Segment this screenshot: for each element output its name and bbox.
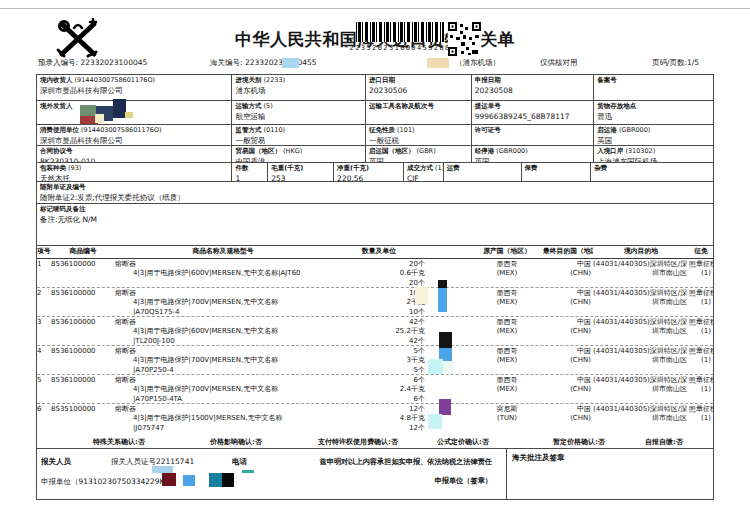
item-dest: 中国(CHN) [543, 346, 593, 374]
item-name: 熔断器4|3|用于电路保护|700V|MERSEN,无中文名称|A70QS175… [115, 288, 331, 316]
item-hs: 8536100000 [51, 259, 115, 287]
field-value: 一般征税 [369, 136, 468, 145]
item-row: 48536100000熔断器4|3|用于电路保护|700V|MERSEN,无中文… [37, 346, 713, 375]
item-tax: 照章征税 [689, 405, 711, 414]
item-name-line: |A70P150-4TA [115, 395, 331, 403]
field-label: 进口日期 [369, 76, 468, 85]
item-no: 6 [37, 404, 51, 433]
item-name-line: 4|3|用于电路保护|700V|MERSEN,无中文名称 [115, 385, 331, 394]
field-transport-name: 运输工具名称及航次号 [366, 101, 472, 124]
field-value: 英国 [369, 157, 468, 162]
redaction-block [439, 399, 451, 415]
item-name-line: |A70QS175-4 [115, 308, 331, 316]
item-domestic: (44031/440305)深圳特区/深圳市南山区 [593, 346, 689, 374]
item-name: 熔断器4|3|用于电路保护|600V|MERSEN,无中文名称|AJT60 [115, 259, 331, 287]
declarant-label: 报关人员 [41, 457, 71, 467]
redaction-block [415, 287, 428, 304]
field-value: 天然木托 [40, 174, 228, 181]
item-domestic: (44031/440305)深圳特区/深圳市南山区 [593, 288, 689, 316]
field-code: (93) [66, 164, 81, 172]
field-label: 随附单证及编号 [40, 183, 710, 192]
declaration-form: 境内收货人 (91440300758601176O)深圳市曼晶科技有限公司进境关… [36, 74, 714, 500]
item-no: 3 [37, 317, 51, 345]
redaction-block [80, 105, 96, 116]
item-tax: 照章征税 [689, 260, 711, 269]
field-value [40, 112, 228, 121]
field-value [525, 174, 588, 181]
field-transit-port: 经停港 (GBR000)英国 [472, 146, 595, 162]
field-freight: 运费 [444, 163, 522, 181]
item-no: 1 [37, 259, 51, 287]
form-row-F: 随附单证及编号随附单证2:发票;代理报关委托协议（纸质） [37, 182, 713, 204]
field-value: 220.56 [337, 174, 400, 181]
field-value: 上海浦东国际机场 [597, 157, 710, 162]
field-label: 境内收货人 (91440300758601176O) [40, 76, 228, 85]
item-domestic-line: 圳市南山区 [593, 327, 687, 336]
item-tax-code: (1) [689, 298, 711, 307]
field-label: 入境口岸 (310302) [597, 147, 710, 156]
item-tax-code: (1) [689, 356, 711, 365]
field-value: 深圳市曼晶科技有限公司 [40, 86, 228, 96]
field-label: 申报日期 [475, 76, 591, 85]
item-origin: 突尼斯(TUN) [471, 404, 543, 433]
item-row: 18536100000熔断器4|3|用于电路保护|600V|MERSEN,无中文… [37, 259, 713, 288]
confirmation-row: 特殊关系确认:否价格影响确认:否支付特许权使用费确认:否公式定价确认:否暂定价格… [37, 433, 713, 449]
pre-entry-label: 预录入编号: [38, 58, 78, 67]
field-value: 浦东机场 [235, 86, 362, 96]
item-row: 38536100000熔断器4|3|用于电路保护|600V|MERSEN,无中文… [37, 317, 713, 346]
items-header-origin: 原产国（地区） [471, 246, 543, 258]
field-consumer-unit: 消费使用单位 (91440300758601176O)深圳市曼晶科技有限公司 [37, 125, 232, 145]
items-header-domestic: 境内目的地 [593, 246, 689, 258]
footer-divider [506, 449, 507, 499]
pre-entry-no-group: 预录入编号: 22332023100045 [38, 58, 147, 68]
customs-number: 223320231000455 [245, 58, 317, 67]
item-origin-code: (TUN) [471, 414, 543, 423]
footer-section: 报关人员 报关人员证号22115741 电话 申报单位（913102307503… [37, 449, 713, 499]
field-code: (GBR000) [617, 126, 651, 134]
field-code: (5) [261, 102, 272, 110]
field-value: 航空运输 [235, 112, 362, 122]
item-dest-code: (CHN) [543, 269, 591, 278]
item-name-line: 4|3|用于电路保护|600V|MERSEN,无中文名称|AJT60 [115, 269, 331, 278]
field-label: 件数 [235, 164, 264, 173]
field-storage-place: 货物存放地点普迅 [594, 101, 713, 124]
redaction-block [438, 288, 447, 312]
item-name-line: 4|3|用于电路保护|700V|MERSEN,无中文名称 [115, 298, 331, 307]
redaction-block [152, 466, 173, 473]
field-declare-date: 申报日期20230508 [472, 75, 595, 100]
items-header-dest: 最终目的国（地区） [543, 246, 593, 258]
field-label: 杂费 [594, 164, 710, 173]
redaction-block [183, 475, 195, 486]
item-origin-code: (MEX) [471, 327, 543, 336]
item-qty-line: 42个 [331, 337, 425, 345]
item-qty: 5个3千克5个 [331, 346, 427, 374]
field-value: 99966389245_68B78117 [475, 112, 591, 121]
item-name: 熔断器4|3|用于电路保护|600V|MERSEN,无中文名称|TL200J-1… [115, 317, 331, 345]
item-domestic-line: 圳市南山区 [593, 269, 687, 278]
field-package-type: 包装种类 (93)天然木托 [37, 163, 232, 181]
redaction-block [209, 473, 222, 487]
field-misc-fees: 杂费 [591, 163, 713, 181]
item-name-line: 熔断器 [115, 260, 331, 269]
field-consignee: 境内收货人 (91440300758601176O)深圳市曼晶科技有限公司 [37, 75, 232, 100]
field-value: 20230508 [475, 86, 591, 95]
confirmation-1: 价格影响确认:否 [210, 437, 262, 447]
item-tax: 照章征税 [689, 318, 711, 327]
field-value: CIF [407, 174, 440, 181]
field-label: 合同协议号 [40, 147, 228, 156]
item-origin: 墨西哥 [471, 318, 543, 327]
field-marks-remarks: 标记唛码及备注备注:无纸化 N/M [37, 204, 713, 245]
form-row-A: 境内收货人 (91440300758601176O)深圳市曼晶科技有限公司进境关… [37, 75, 713, 101]
form-rows: 境内收货人 (91440300758601176O)深圳市曼晶科技有限公司进境关… [37, 75, 713, 246]
item-origin: 墨西哥(MEX) [471, 317, 543, 345]
redaction-block [162, 473, 176, 486]
item-qty: 10个2千克10个 [331, 288, 427, 316]
redaction-block [439, 332, 452, 348]
item-domestic-line: (44031/440305)深圳特区/深 [593, 260, 687, 269]
field-value: 英国 [597, 136, 710, 145]
pre-entry-number: 22332023100045 [80, 58, 147, 67]
item-tax-code: (1) [689, 327, 711, 336]
sign-label: 申报单位（签章） [242, 476, 492, 486]
item-qty: 20个0.6千克20个 [331, 259, 427, 287]
item-domestic: (44031/440305)深圳特区/深圳市南山区 [593, 375, 689, 403]
